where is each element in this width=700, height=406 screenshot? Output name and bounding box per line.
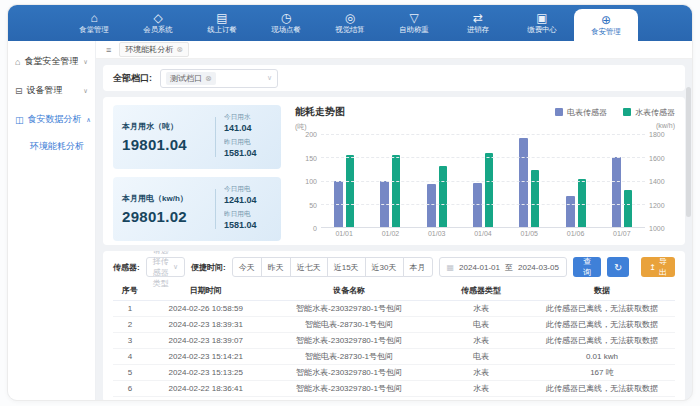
- bar-water[interactable]: [485, 153, 493, 227]
- chevron-down-icon: ∨: [83, 87, 88, 94]
- nav-item-进销存[interactable]: ⇄进销存: [446, 5, 510, 41]
- bar-electric[interactable]: [566, 196, 575, 227]
- table-row[interactable]: 22024-02-23 18:39:31智能电表-28730-1号包间电表此传感…: [113, 316, 675, 332]
- dine-in-icon: ◷: [281, 12, 291, 24]
- left-axis-ticks: 200150100500: [295, 134, 321, 228]
- calendar-icon: ▦: [447, 263, 455, 272]
- legend-swatch: [555, 108, 563, 116]
- sidebar-subitem-环境能耗分析[interactable]: 环境能耗分析: [8, 134, 95, 159]
- stall-filter-card: 全部档口: 测试档口 ⊗ ∨: [103, 65, 685, 91]
- table-row[interactable]: 32024-02-23 18:39:07智能水表-230329780-1号包间水…: [113, 332, 675, 348]
- export-button[interactable]: ↥ 导出: [641, 257, 675, 277]
- chart-plot-area: [321, 134, 645, 228]
- right-axis-ticks: 18001600140012001000: [645, 134, 675, 228]
- nav-item-线上订餐[interactable]: ▤线上订餐: [190, 5, 254, 41]
- right-tick: 1600: [649, 154, 665, 161]
- table-row[interactable]: 62024-02-22 18:36:41智能水表-230329780-1号包间水…: [113, 380, 675, 396]
- gridline: [321, 181, 645, 182]
- quick-button-昨天[interactable]: 昨天: [261, 257, 291, 277]
- table-cell: 智能电表-28730-1号包间: [265, 316, 434, 332]
- sensor-filter-label: 传感器:: [113, 262, 140, 273]
- nav-item-label: 自助称重: [399, 25, 428, 33]
- scrollbar-thumb[interactable]: [686, 87, 691, 217]
- quick-button-近15天[interactable]: 近15天: [327, 257, 366, 277]
- table-cell: 2024-02-26 10:58:59: [147, 300, 265, 316]
- sidebar-item-食安数据分析[interactable]: ◫食安数据分析∧: [8, 105, 95, 134]
- date-separator: 至: [505, 262, 513, 273]
- table-cell: 此传感器已离线，无法获取数据: [529, 316, 675, 332]
- nav-item-缴费中心[interactable]: ▣缴费中心: [510, 5, 574, 41]
- scrollbar-track[interactable]: [686, 47, 691, 362]
- quick-button-近30天[interactable]: 近30天: [365, 257, 404, 277]
- energy-trend-chart: 能耗走势图 电表传感器水表传感器 (吨) (kw/h) 200150100500…: [295, 105, 675, 237]
- x-axis-labels: 01/0101/0201/0301/0401/0501/0601/07: [321, 230, 649, 237]
- bar-water[interactable]: [346, 155, 354, 227]
- quick-button-今天[interactable]: 今天: [232, 257, 262, 277]
- stat-side-value: 141.04: [224, 123, 272, 133]
- sidebar-item-label: 设备管理: [27, 84, 63, 97]
- left-tick: 0: [313, 225, 317, 232]
- nav-item-食安管理[interactable]: ⊕食安管理: [574, 9, 638, 41]
- bar-electric[interactable]: [427, 184, 436, 227]
- table-cell: 智能水表-230329780-1号包间: [265, 380, 434, 396]
- date-start: 2024-01-01: [459, 263, 500, 272]
- x-label: 01/05: [521, 230, 539, 237]
- sensor-select-placeholder: 请选择传感器类型: [153, 251, 173, 289]
- nav-item-食堂管理[interactable]: ⌂食堂管理: [62, 5, 126, 41]
- x-label: 01/02: [382, 230, 400, 237]
- sidebar-item-食堂安全管理[interactable]: ⌂食堂安全管理∨: [8, 47, 95, 76]
- table-cell: 4: [113, 348, 147, 364]
- nav-item-视觉结算[interactable]: ◎视觉结算: [318, 5, 382, 41]
- collapse-menu-icon[interactable]: ≡: [106, 45, 111, 55]
- table-row[interactable]: 52024-02-23 15:13:25智能水表-230329780-1号包间水…: [113, 364, 675, 380]
- bar-water[interactable]: [439, 166, 447, 227]
- stat-side-label: 今日用水: [224, 112, 270, 122]
- quick-button-近七天[interactable]: 近七天: [290, 257, 328, 277]
- remove-stall-icon[interactable]: ⊗: [205, 74, 212, 83]
- table-row[interactable]: 12024-02-26 10:58:59智能水表-230329780-1号包间水…: [113, 300, 675, 316]
- refresh-icon: ↻: [614, 262, 622, 273]
- refresh-button[interactable]: ↻: [607, 257, 629, 277]
- chart-title: 能耗走势图: [295, 105, 345, 119]
- left-tick: 50: [309, 201, 317, 208]
- stat-value: 29801.02: [122, 208, 207, 225]
- bar-water[interactable]: [392, 155, 400, 227]
- sidebar: ⌂食堂安全管理∨⊟设备管理∨◫食安数据分析∧环境能耗分析: [8, 41, 96, 401]
- sensor-type-select[interactable]: 请选择传感器类型 ∨: [146, 257, 185, 277]
- close-icon[interactable]: ⊗: [176, 45, 183, 54]
- table-cell: 2024-02-23 18:39:07: [147, 332, 265, 348]
- stat-divider: [215, 117, 216, 157]
- top-navigation: ⌂食堂管理◇会员系统▤线上订餐◷现场点餐◎视觉结算▽自助称重⇄进销存▣缴费中心⊕…: [8, 5, 692, 41]
- stat-side-value: 1241.04: [224, 195, 272, 205]
- bar-water[interactable]: [531, 170, 539, 227]
- stats-column: 本月用水（吨）19801.04今日用水141.04昨日用电1581.04本月用电…: [113, 105, 281, 237]
- legend-item-电表传感器[interactable]: 电表传感器: [555, 107, 607, 118]
- date-range-picker[interactable]: ▦ 2024-01-01 至 2024-03-05: [439, 257, 567, 277]
- table-cell: 5: [113, 364, 147, 380]
- x-label: 01/03: [428, 230, 446, 237]
- bar-electric[interactable]: [612, 157, 621, 227]
- query-button[interactable]: 查询: [573, 257, 601, 277]
- nav-item-label: 会员系统: [143, 25, 172, 33]
- stat-side-label: 昨日用电: [224, 137, 270, 147]
- bar-electric[interactable]: [473, 183, 482, 227]
- bar-electric[interactable]: [519, 138, 528, 227]
- table-cell: 智能水表-230329780-1号包间: [265, 300, 434, 316]
- right-tick: 1000: [649, 225, 665, 232]
- tab-env-energy[interactable]: 环境能耗分析 ⊗: [119, 42, 189, 57]
- main-area: ≡ 环境能耗分析 ⊗ 全部档口: 测试档口 ⊗ ∨ 本月用水（吨）19801.0…: [96, 41, 692, 401]
- stall-select[interactable]: 测试档口 ⊗ ∨: [160, 69, 278, 88]
- quick-button-本月[interactable]: 本月: [403, 257, 433, 277]
- legend-item-水表传感器[interactable]: 水表传感器: [623, 107, 675, 118]
- sidebar-item-设备管理[interactable]: ⊟设备管理∨: [8, 76, 95, 105]
- sidebar-item-label: 食安数据分析: [28, 113, 82, 126]
- home-icon: ⌂: [90, 12, 97, 24]
- nav-item-自助称重[interactable]: ▽自助称重: [382, 5, 446, 41]
- nav-item-现场点餐[interactable]: ◷现场点餐: [254, 5, 318, 41]
- stat-side-value: 1581.04: [224, 148, 272, 158]
- legend-swatch: [623, 108, 631, 116]
- bar-water[interactable]: [624, 190, 632, 227]
- nav-item-会员系统[interactable]: ◇会员系统: [126, 5, 190, 41]
- table-row[interactable]: 42024-02-23 15:14:21智能电表-28730-1号包间电表0.0…: [113, 348, 675, 364]
- device-icon: ⊟: [15, 86, 23, 96]
